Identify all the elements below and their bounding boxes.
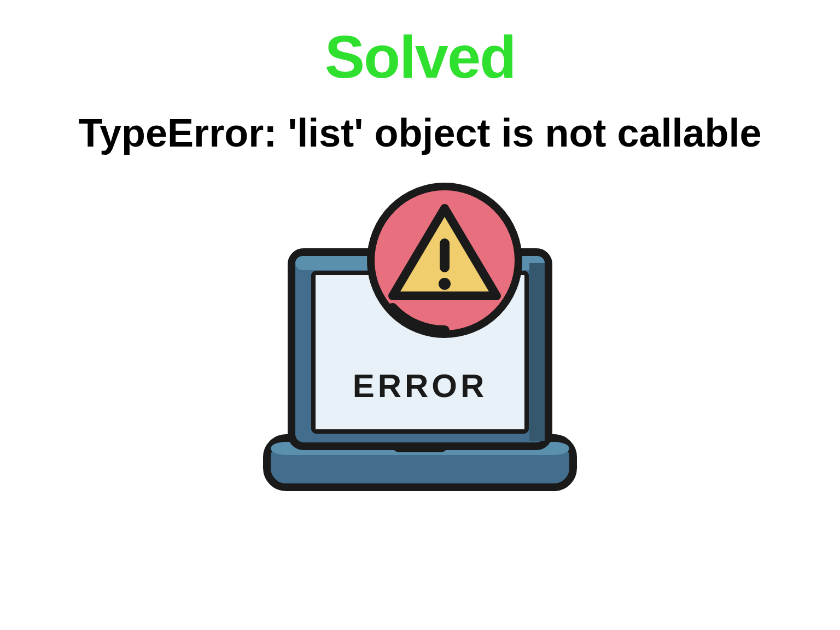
laptop-error-illustration: ERROR (256, 181, 584, 509)
solved-heading: Solved (325, 22, 516, 91)
error-screen-text: ERROR (353, 367, 488, 405)
error-title: TypeError: 'list' object is not callable (78, 108, 761, 159)
svg-rect-5 (529, 263, 545, 441)
svg-point-9 (439, 278, 451, 290)
svg-rect-8 (440, 238, 450, 272)
laptop-icon (256, 181, 584, 509)
